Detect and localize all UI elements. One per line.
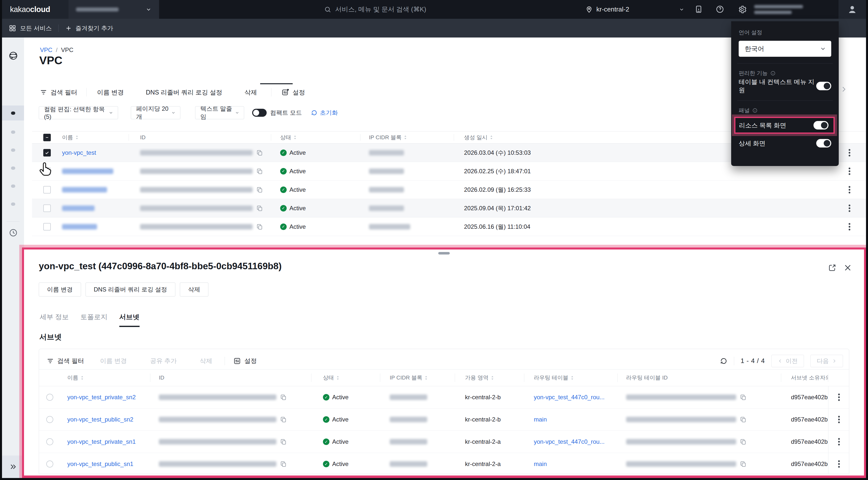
row-radio[interactable] [46, 438, 53, 445]
column-edit-select[interactable]: 컬럼 편집: 선택한 항목(5) [39, 106, 118, 119]
tab-topology[interactable]: 토폴로지 [81, 313, 107, 325]
column-header-status[interactable]: 상태 [271, 131, 361, 143]
info-icon[interactable] [770, 70, 776, 76]
kebab-menu-icon[interactable] [846, 202, 852, 214]
row-checkbox[interactable] [43, 186, 51, 193]
row-radio[interactable] [46, 460, 53, 468]
panel-dns-logging-button[interactable]: DNS 리졸버 쿼리 로깅 설정 [86, 283, 175, 296]
subnet-name-link[interactable]: yon-vpc_test_public_sn2 [67, 416, 133, 423]
copy-icon[interactable] [256, 149, 263, 156]
copy-icon[interactable] [740, 416, 747, 423]
info-icon[interactable] [752, 108, 758, 113]
text-ellipsis-select[interactable]: 텍스트 말줄임 [195, 106, 244, 119]
sidebar-item[interactable] [11, 202, 15, 206]
column-header-cidr[interactable]: IP CIDR 블록 [361, 131, 454, 143]
copy-icon[interactable] [280, 438, 287, 445]
open-in-new-icon[interactable] [828, 263, 836, 272]
region-selector[interactable]: kr-central-2 [585, 0, 684, 19]
next-page-button[interactable]: 다음 [810, 355, 843, 367]
row-checkbox[interactable] [43, 204, 51, 212]
routing-table-link[interactable]: yon-vpc_test_447c0_rou... [534, 394, 604, 401]
column-header-name[interactable]: 이름 [60, 370, 150, 386]
copy-icon[interactable] [740, 460, 747, 468]
refresh-icon[interactable] [720, 357, 727, 365]
sidebar-item[interactable] [11, 166, 15, 170]
routing-table-link[interactable]: yon-vpc_test_447c0_rou... [534, 438, 604, 445]
row-radio[interactable] [46, 394, 53, 401]
gear-icon[interactable] [737, 5, 747, 14]
close-icon[interactable] [843, 263, 852, 272]
copy-icon[interactable] [280, 394, 287, 401]
kebab-menu-icon[interactable] [846, 221, 852, 232]
sidebar-item[interactable] [11, 130, 15, 134]
vpc-name-link[interactable]: yon-vpc_test [62, 149, 96, 156]
sidebar-item-recent[interactable] [8, 228, 18, 237]
select-all-checkbox[interactable] [43, 134, 51, 141]
kebab-menu-icon[interactable] [836, 436, 842, 448]
breadcrumb-vpc-link[interactable]: VPC [40, 46, 52, 54]
table-row[interactable]: yon-vpc_test_private_sn1 ✓Active kr-cent… [39, 431, 849, 453]
language-select[interactable]: 한국어 [739, 41, 831, 57]
project-selector[interactable] [68, 0, 159, 19]
search-input[interactable]: 서비스, 메뉴 및 문서 검색 (⌘K) [324, 0, 426, 19]
column-header-az[interactable]: 가용 영역 [455, 370, 524, 386]
row-radio[interactable] [46, 416, 53, 423]
column-header-id[interactable]: ID [129, 131, 271, 143]
tab-subnet[interactable]: 서브넷 [119, 313, 140, 325]
sidebar-expand-button[interactable] [2, 455, 24, 478]
copy-icon[interactable] [280, 416, 287, 423]
row-checkbox-checked[interactable] [43, 149, 51, 157]
column-header-cidr[interactable]: IP CIDR 블록 [380, 370, 455, 386]
table-row[interactable]: yon-vpc_test_private_sn2 ✓Active kr-cent… [39, 386, 849, 409]
subnet-name-link[interactable]: yon-vpc_test_public_sn1 [67, 460, 133, 468]
copy-icon[interactable] [280, 460, 287, 468]
release-notes-icon[interactable] [694, 5, 703, 14]
scroll-right-chevron-icon[interactable] [840, 86, 847, 93]
rename-button[interactable]: 이름 변경 [97, 88, 124, 96]
subnet-rename-button-disabled[interactable]: 이름 변경 [100, 357, 127, 365]
sidebar-item[interactable] [11, 185, 15, 188]
sidebar-item-vpc[interactable] [8, 51, 19, 61]
reset-button[interactable]: 초기화 [311, 109, 338, 117]
column-header-name[interactable]: 이름 [62, 131, 129, 143]
prev-page-button[interactable]: 이전 [771, 355, 804, 367]
column-header-id[interactable]: ID [150, 370, 311, 386]
panel-drag-handle[interactable] [438, 252, 450, 255]
table-row[interactable]: ✓Active 2026.02.09 (월) 16:25:33 [32, 181, 866, 199]
copy-icon[interactable] [256, 205, 263, 212]
subnet-table-settings-button[interactable]: 설정 [234, 357, 257, 365]
kebab-menu-icon[interactable] [836, 414, 842, 425]
column-header-routing-table[interactable]: 라우팅 테이블 [524, 370, 618, 386]
panel-rename-button[interactable]: 이름 변경 [39, 283, 81, 296]
subnet-share-add-button-disabled[interactable]: 공유 추가 [150, 357, 177, 365]
help-icon[interactable] [715, 5, 724, 14]
subnet-delete-button-disabled[interactable]: 삭제 [200, 357, 212, 365]
sidebar-item-selected[interactable] [2, 105, 24, 121]
subnet-search-filter-button[interactable]: 검색 필터 [47, 357, 84, 365]
subnet-name-link[interactable]: yon-vpc_test_private_sn2 [67, 394, 136, 401]
table-settings-button[interactable]: 설정 [281, 88, 305, 96]
copy-icon[interactable] [256, 223, 263, 230]
sidebar-item[interactable] [11, 149, 15, 152]
copy-icon[interactable] [256, 168, 263, 175]
all-services-button[interactable]: 모든 서비스 [8, 24, 52, 32]
subnet-name-link[interactable]: yon-vpc_test_private_sn1 [67, 438, 136, 445]
kebab-menu-icon[interactable] [846, 147, 852, 159]
search-filter-button[interactable]: 검색 필터 [40, 88, 77, 96]
resource-list-toggle[interactable] [813, 121, 829, 129]
page-size-select[interactable]: 페이지당 20개 [131, 106, 180, 119]
dns-logging-button[interactable]: DNS 리졸버 쿼리 로깅 설정 [146, 88, 222, 96]
copy-icon[interactable] [740, 394, 747, 401]
table-row[interactable]: ✓Active 2025.06.16 (월) 11:10:04 [32, 218, 866, 236]
copy-icon[interactable] [740, 438, 747, 445]
table-row[interactable]: ✓Active 2025.09.04 (목) 17:01:42 [32, 199, 866, 218]
table-row[interactable]: yon-vpc_test_public_sn2 ✓Active kr-centr… [39, 409, 849, 431]
delete-button[interactable]: 삭제 [244, 88, 257, 96]
row-checkbox[interactable] [43, 223, 51, 230]
detail-screen-toggle[interactable] [816, 139, 831, 148]
routing-table-link[interactable]: main [534, 416, 547, 423]
avatar[interactable] [838, 0, 866, 19]
kebab-menu-icon[interactable] [846, 184, 852, 195]
column-header-status[interactable]: 상태 [311, 370, 380, 386]
column-header-subnet-owner[interactable]: 서브넷 소유자의 프 [781, 370, 828, 386]
